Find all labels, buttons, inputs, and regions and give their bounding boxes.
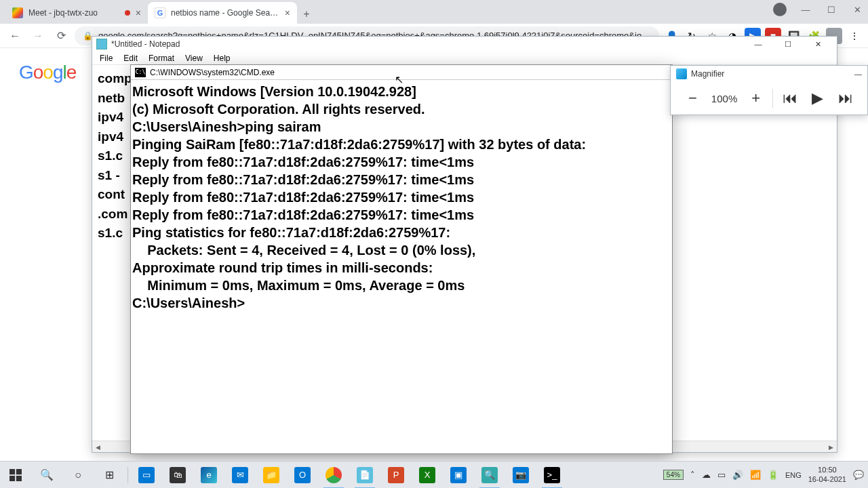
close-button[interactable]: ✕ (803, 37, 833, 52)
separator (127, 467, 128, 483)
zoom-in-button[interactable]: + (745, 89, 767, 107)
taskview-button[interactable]: ⊞ (94, 462, 125, 489)
scroll-left-icon[interactable]: ◀ (92, 441, 104, 453)
minimize-button[interactable]: — (743, 37, 773, 52)
taskbar-excel[interactable]: X (412, 462, 443, 489)
tab-google-search[interactable]: G netbios name - Google Search × (148, 2, 297, 24)
reload-button[interactable]: ⟳ (52, 26, 71, 45)
menu-format[interactable]: Format (144, 52, 179, 64)
svg-rect-2 (9, 475, 15, 481)
magnifier-controls: − 100% + ⏮ ▶ ⏭ (671, 82, 867, 115)
wifi-icon[interactable]: 📶 (750, 470, 761, 480)
new-tab-button[interactable]: + (297, 5, 316, 24)
taskbar-edge[interactable]: e (193, 462, 224, 489)
magnifier-icon (676, 68, 687, 79)
scroll-right-icon[interactable]: ▶ (825, 441, 837, 453)
notepad-menubar: File Edit Format View Help (92, 52, 837, 65)
battery-icon[interactable]: 🔋 (768, 470, 778, 480)
close-tab-icon[interactable]: × (285, 7, 290, 18)
profile-icon[interactable] (773, 3, 787, 16)
start-button[interactable] (0, 462, 31, 489)
clock[interactable]: 10:50 16-04-2021 (808, 466, 846, 483)
menu-edit[interactable]: Edit (119, 52, 142, 64)
notifications-icon[interactable]: 💬 (853, 470, 864, 480)
notepad-title-text: *Untitled - Notepad (111, 39, 743, 49)
magnifier-window[interactable]: Magnifier — − 100% + ⏮ ▶ ⏭ (670, 65, 868, 115)
svg-rect-1 (16, 469, 22, 474)
cortana-button[interactable]: ○ (62, 462, 94, 489)
tab-meet[interactable]: Meet - jbq-twtx-zuo × (5, 2, 148, 24)
meet-favicon-icon (12, 7, 23, 18)
taskbar-magnifier[interactable]: 🔍 (474, 462, 505, 489)
maximize-button[interactable]: ☐ (773, 37, 803, 52)
tab-title: Meet - jbq-twtx-zuo (28, 8, 119, 18)
taskbar-store[interactable]: 🛍 (162, 462, 193, 489)
notepad-icon (96, 39, 107, 49)
volume-icon[interactable]: 🔊 (732, 470, 743, 480)
taskbar-powerpoint[interactable]: P (380, 462, 412, 489)
close-icon[interactable]: ✕ (850, 3, 864, 16)
tray-chevron-icon[interactable]: ˄ (690, 470, 695, 480)
taskbar-chrome[interactable] (318, 462, 349, 489)
menu-help[interactable]: Help (209, 52, 235, 64)
maximize-icon[interactable]: ☐ (825, 3, 838, 16)
magnifier-titlebar[interactable]: Magnifier — (671, 66, 867, 82)
back-button[interactable]: ← (5, 26, 24, 45)
svg-rect-0 (9, 469, 15, 474)
chrome-menu-icon[interactable]: ⋮ (846, 28, 863, 44)
minimize-button[interactable]: — (854, 70, 862, 78)
play-button[interactable]: ▶ (807, 89, 829, 107)
meet-tray-icon[interactable]: ▭ (717, 470, 726, 480)
taskbar-mail[interactable]: ✉ (224, 462, 256, 489)
tab-strip: Meet - jbq-twtx-zuo × G netbios name - G… (0, 0, 868, 24)
svg-rect-3 (16, 475, 22, 481)
prev-button[interactable]: ⏮ (779, 89, 801, 107)
battery-indicator[interactable]: 54% (663, 470, 684, 480)
next-button[interactable]: ⏭ (835, 89, 856, 107)
cmd-title-text: C:\WINDOWS\system32\CMD.exe (150, 68, 275, 77)
language-indicator[interactable]: ENG (785, 471, 802, 479)
zoom-out-button[interactable]: − (682, 89, 703, 107)
recording-icon (125, 10, 130, 16)
separator (772, 89, 773, 108)
time-text: 10:50 (808, 466, 846, 474)
taskbar-notepad[interactable]: 📄 (349, 462, 380, 489)
forward-button[interactable]: → (28, 26, 47, 45)
taskbar-explorer[interactable]: 📁 (256, 462, 287, 489)
onedrive-icon[interactable]: ☁ (702, 470, 711, 480)
taskbar-app[interactable]: ▣ (443, 462, 474, 489)
cmd-icon: C:\ (135, 68, 146, 77)
system-tray: 54% ˄ ☁ ▭ 🔊 📶 🔋 ENG 10:50 16-04-2021 💬 (663, 466, 868, 483)
taskbar-app[interactable]: ▭ (131, 462, 162, 489)
chrome-window-controls: — ☐ ✕ (773, 3, 864, 16)
google-logo[interactable]: Google (19, 62, 76, 83)
search-button[interactable]: 🔍 (31, 462, 62, 489)
close-tab-icon[interactable]: × (136, 7, 141, 18)
taskbar-outlook[interactable]: O (287, 462, 318, 489)
cmd-window[interactable]: C:\ C:\WINDOWS\system32\CMD.exe Microsof… (130, 64, 673, 454)
cmd-titlebar[interactable]: C:\ C:\WINDOWS\system32\CMD.exe (131, 65, 672, 80)
taskbar: 🔍 ○ ⊞ ▭ 🛍 e ✉ 📁 O 📄 P X ▣ 🔍 📷 >_ 54% ˄ ☁… (0, 461, 868, 488)
menu-view[interactable]: View (180, 52, 208, 64)
taskbar-camera[interactable]: 📷 (505, 462, 536, 489)
cmd-output[interactable]: Microsoft Windows [Version 10.0.19042.92… (131, 80, 672, 314)
notepad-titlebar[interactable]: *Untitled - Notepad — ☐ ✕ (92, 37, 837, 52)
tab-title: netbios name - Google Search (171, 8, 279, 18)
minimize-icon[interactable]: — (799, 3, 812, 16)
magnifier-title-text: Magnifier (691, 69, 850, 79)
date-text: 16-04-2021 (808, 475, 846, 484)
google-favicon-icon: G (155, 7, 165, 18)
menu-file[interactable]: File (95, 52, 117, 64)
taskbar-cmd[interactable]: >_ (536, 462, 568, 489)
zoom-level: 100% (709, 93, 739, 104)
